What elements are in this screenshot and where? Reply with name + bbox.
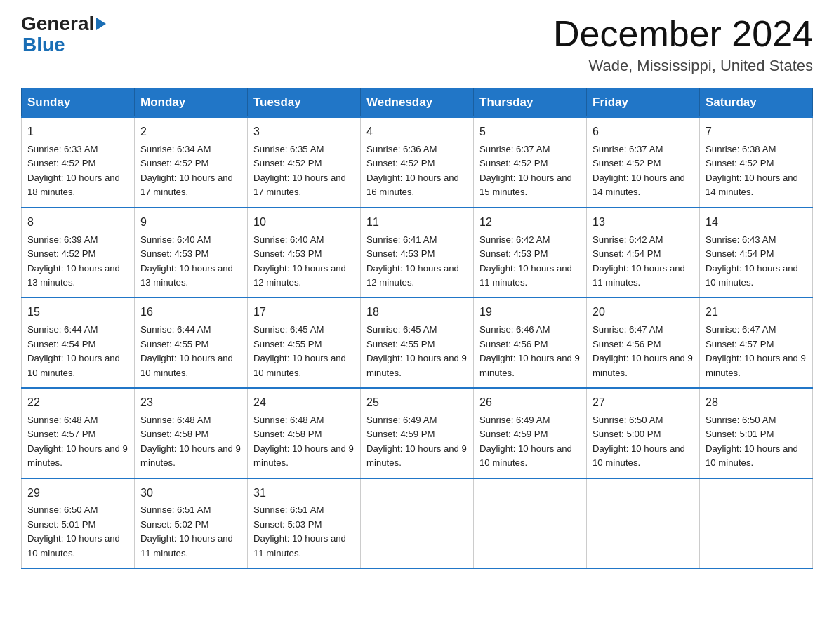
day-info: Sunrise: 6:37 AMSunset: 4:52 PMDaylight:… [593,142,694,200]
calendar-cell: 4Sunrise: 6:36 AMSunset: 4:52 PMDaylight… [361,117,474,208]
day-number: 9 [140,214,241,232]
calendar-cell: 18Sunrise: 6:45 AMSunset: 4:55 PMDayligh… [361,297,474,388]
calendar-cell: 16Sunrise: 6:44 AMSunset: 4:55 PMDayligh… [135,297,248,388]
day-number: 26 [479,394,581,412]
day-number: 20 [593,304,694,321]
day-info: Sunrise: 6:38 AMSunset: 4:52 PMDaylight:… [706,142,807,200]
calendar-cell: 31Sunrise: 6:51 AMSunset: 5:03 PMDayligh… [248,478,361,569]
calendar-week-row: 29Sunrise: 6:50 AMSunset: 5:01 PMDayligh… [22,478,813,569]
calendar-cell: 3Sunrise: 6:35 AMSunset: 4:52 PMDaylight… [248,117,361,208]
day-info: Sunrise: 6:39 AMSunset: 4:52 PMDaylight:… [27,233,128,290]
calendar-cell: 15Sunrise: 6:44 AMSunset: 4:54 PMDayligh… [22,297,135,388]
day-info: Sunrise: 6:41 AMSunset: 4:53 PMDaylight:… [366,233,468,290]
calendar-cell [700,478,813,569]
calendar-cell: 28Sunrise: 6:50 AMSunset: 5:01 PMDayligh… [700,388,813,478]
day-info: Sunrise: 6:46 AMSunset: 4:56 PMDaylight:… [479,323,581,380]
day-number: 22 [27,394,128,412]
day-info: Sunrise: 6:47 AMSunset: 4:57 PMDaylight:… [706,323,807,380]
day-info: Sunrise: 6:50 AMSunset: 5:00 PMDaylight:… [593,413,694,471]
calendar-cell: 1Sunrise: 6:33 AMSunset: 4:52 PMDaylight… [22,117,135,208]
day-info: Sunrise: 6:36 AMSunset: 4:52 PMDaylight:… [366,142,468,200]
day-number: 11 [366,214,468,232]
calendar-cell: 30Sunrise: 6:51 AMSunset: 5:02 PMDayligh… [135,478,248,569]
day-info: Sunrise: 6:50 AMSunset: 5:01 PMDaylight:… [27,503,128,561]
day-number: 16 [140,304,241,321]
col-header-friday: Friday [587,88,700,118]
calendar-cell: 11Sunrise: 6:41 AMSunset: 4:53 PMDayligh… [361,208,474,298]
calendar-week-row: 15Sunrise: 6:44 AMSunset: 4:54 PMDayligh… [22,297,813,388]
day-number: 28 [706,394,807,412]
day-number: 6 [593,123,694,141]
logo-general-text: General [21,14,94,34]
calendar-cell: 8Sunrise: 6:39 AMSunset: 4:52 PMDaylight… [22,208,135,298]
month-title: December 2024 [553,14,813,54]
day-info: Sunrise: 6:42 AMSunset: 4:54 PMDaylight:… [593,233,694,290]
day-number: 27 [593,394,694,412]
col-header-saturday: Saturday [700,88,813,118]
calendar-header-row: SundayMondayTuesdayWednesdayThursdayFrid… [22,88,813,118]
day-info: Sunrise: 6:37 AMSunset: 4:52 PMDaylight:… [479,142,581,200]
calendar-cell: 22Sunrise: 6:48 AMSunset: 4:57 PMDayligh… [22,388,135,478]
day-number: 25 [366,394,468,412]
day-number: 13 [593,214,694,232]
calendar-cell: 23Sunrise: 6:48 AMSunset: 4:58 PMDayligh… [135,388,248,478]
day-info: Sunrise: 6:50 AMSunset: 5:01 PMDaylight:… [706,413,807,471]
day-number: 29 [27,485,128,502]
day-info: Sunrise: 6:35 AMSunset: 4:52 PMDaylight:… [253,142,355,200]
day-info: Sunrise: 6:44 AMSunset: 4:55 PMDaylight:… [140,323,241,380]
day-number: 17 [253,304,355,321]
day-number: 12 [479,214,581,232]
day-number: 7 [706,123,807,141]
calendar-cell: 12Sunrise: 6:42 AMSunset: 4:53 PMDayligh… [474,208,587,298]
calendar-cell: 26Sunrise: 6:49 AMSunset: 4:59 PMDayligh… [474,388,587,478]
calendar-cell: 6Sunrise: 6:37 AMSunset: 4:52 PMDaylight… [587,117,700,208]
calendar-cell: 7Sunrise: 6:38 AMSunset: 4:52 PMDaylight… [700,117,813,208]
calendar-cell: 27Sunrise: 6:50 AMSunset: 5:00 PMDayligh… [587,388,700,478]
col-header-wednesday: Wednesday [361,88,474,118]
page-header: General Blue December 2024 Wade, Mississ… [21,14,813,75]
col-header-tuesday: Tuesday [248,88,361,118]
day-info: Sunrise: 6:49 AMSunset: 4:59 PMDaylight:… [479,413,581,471]
title-block: December 2024 Wade, Mississippi, United … [553,14,813,75]
day-info: Sunrise: 6:51 AMSunset: 5:03 PMDaylight:… [253,503,355,561]
day-info: Sunrise: 6:42 AMSunset: 4:53 PMDaylight:… [479,233,581,290]
day-info: Sunrise: 6:34 AMSunset: 4:52 PMDaylight:… [140,142,241,200]
day-info: Sunrise: 6:49 AMSunset: 4:59 PMDaylight:… [366,413,468,471]
calendar-cell [474,478,587,569]
day-info: Sunrise: 6:48 AMSunset: 4:58 PMDaylight:… [140,413,241,471]
day-number: 1 [27,123,128,141]
day-number: 23 [140,394,241,412]
day-number: 14 [706,214,807,232]
day-info: Sunrise: 6:45 AMSunset: 4:55 PMDaylight:… [253,323,355,380]
calendar-cell: 25Sunrise: 6:49 AMSunset: 4:59 PMDayligh… [361,388,474,478]
day-info: Sunrise: 6:40 AMSunset: 4:53 PMDaylight:… [140,233,241,290]
calendar-table: SundayMondayTuesdayWednesdayThursdayFrid… [21,88,813,569]
day-info: Sunrise: 6:48 AMSunset: 4:57 PMDaylight:… [27,413,128,471]
col-header-sunday: Sunday [22,88,135,118]
col-header-monday: Monday [135,88,248,118]
calendar-cell: 9Sunrise: 6:40 AMSunset: 4:53 PMDaylight… [135,208,248,298]
day-number: 19 [479,304,581,321]
day-info: Sunrise: 6:48 AMSunset: 4:58 PMDaylight:… [253,413,355,471]
day-info: Sunrise: 6:40 AMSunset: 4:53 PMDaylight:… [253,233,355,290]
day-number: 3 [253,123,355,141]
col-header-thursday: Thursday [474,88,587,118]
day-number: 18 [366,304,468,321]
day-info: Sunrise: 6:51 AMSunset: 5:02 PMDaylight:… [140,503,241,561]
day-info: Sunrise: 6:47 AMSunset: 4:56 PMDaylight:… [593,323,694,380]
day-number: 21 [706,304,807,321]
day-info: Sunrise: 6:44 AMSunset: 4:54 PMDaylight:… [27,323,128,380]
calendar-cell [587,478,700,569]
day-number: 30 [140,485,241,502]
calendar-cell: 10Sunrise: 6:40 AMSunset: 4:53 PMDayligh… [248,208,361,298]
calendar-cell: 19Sunrise: 6:46 AMSunset: 4:56 PMDayligh… [474,297,587,388]
day-number: 5 [479,123,581,141]
day-number: 4 [366,123,468,141]
calendar-cell: 13Sunrise: 6:42 AMSunset: 4:54 PMDayligh… [587,208,700,298]
logo: General Blue [21,14,107,56]
day-info: Sunrise: 6:43 AMSunset: 4:54 PMDaylight:… [706,233,807,290]
day-number: 8 [27,214,128,232]
calendar-cell: 20Sunrise: 6:47 AMSunset: 4:56 PMDayligh… [587,297,700,388]
day-number: 31 [253,485,355,502]
calendar-cell [361,478,474,569]
